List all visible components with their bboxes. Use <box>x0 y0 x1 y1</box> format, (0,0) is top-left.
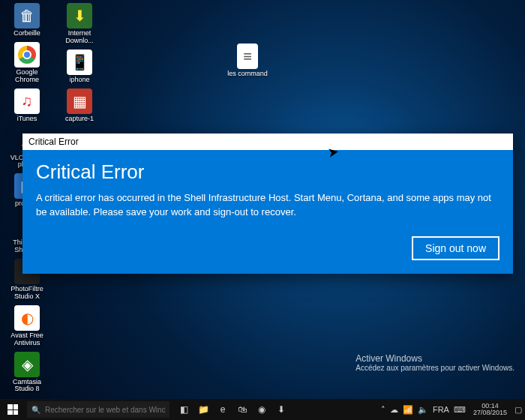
itunes-label: iTunes <box>17 116 38 123</box>
critical-error-dialog: Critical Error Critical Error A critical… <box>22 134 513 274</box>
idm-label: Internet Downlo... <box>57 30 102 45</box>
dialog-heading: Critical Error <box>36 160 500 184</box>
photofiltre-label: PhotoFiltre Studio X <box>4 286 50 301</box>
avast[interactable]: ◐Avast Free Antivirus <box>4 305 50 347</box>
camtasia-icon: ◈ <box>14 352 40 377</box>
google-chrome-label: Google Chrome <box>4 69 50 84</box>
clock-date: 27/08/2015 <box>473 410 507 416</box>
tray-onedrive[interactable]: ☁ <box>390 405 398 415</box>
tray-network[interactable]: 📶 <box>403 405 413 415</box>
search-input[interactable] <box>45 406 165 414</box>
edge[interactable]: e <box>216 403 230 416</box>
google-chrome[interactable]: Google Chrome <box>4 42 50 84</box>
sign-out-button[interactable]: Sign out now <box>412 236 500 260</box>
les-command-label: les command <box>227 70 268 78</box>
avast-label: Avast Free Antivirus <box>4 332 50 347</box>
task-view[interactable]: ◧ <box>177 403 190 416</box>
search-icon: 🔍 <box>32 406 40 414</box>
avast-icon: ◐ <box>14 305 40 331</box>
iphone[interactable]: 📱iphone <box>57 50 102 84</box>
recycle-bin-icon: 🗑 <box>14 3 40 28</box>
tray-lang[interactable]: FRA <box>433 405 449 414</box>
activation-watermark: Activer Windows Accédez aux paramètres p… <box>356 353 514 372</box>
system-tray: ˄☁📶🔈FRA⌨ 00:14 27/08/2015 ▢ <box>381 403 525 416</box>
recycle-bin-label: Corbeille <box>14 30 40 38</box>
chrome-task[interactable]: ◉ <box>255 403 268 416</box>
tray-keyboard[interactable]: ⌨ <box>454 405 466 415</box>
capture-1[interactable]: ▦capture-1 <box>57 88 102 123</box>
dialog-titlebar[interactable]: Critical Error <box>22 134 513 150</box>
itunes[interactable]: ♫iTunes <box>4 88 50 123</box>
idm[interactable]: ⬇Internet Downlo... <box>57 3 102 45</box>
idm-task[interactable]: ⬇ <box>274 403 288 416</box>
les-command[interactable]: ≡les command <box>225 44 270 78</box>
watermark-title: Activer Windows <box>356 353 514 364</box>
taskbar-search[interactable]: 🔍 <box>27 401 170 418</box>
camtasia-label: Camtasia Studio 8 <box>4 379 50 394</box>
watermark-subtitle: Accédez aux paramètres pour activer Wind… <box>356 364 514 372</box>
tray-up[interactable]: ˄ <box>381 405 386 415</box>
iphone-label: iphone <box>69 76 89 84</box>
tray-volume[interactable]: 🔈 <box>418 405 428 415</box>
camtasia[interactable]: ◈Camtasia Studio 8 <box>4 352 50 394</box>
google-chrome-icon <box>14 42 40 68</box>
recycle-bin[interactable]: 🗑Corbeille <box>4 3 50 38</box>
capture-1-icon: ▦ <box>67 88 92 114</box>
idm-icon: ⬇ <box>67 3 92 28</box>
taskbar: 🔍 ◧📁e🛍◉⬇ ˄☁📶🔈FRA⌨ 00:14 27/08/2015 ▢ <box>0 399 525 420</box>
capture-1-label: capture-1 <box>65 116 94 123</box>
itunes-icon: ♫ <box>14 88 40 114</box>
start-button[interactable] <box>0 399 26 420</box>
store[interactable]: 🛍 <box>236 403 249 416</box>
iphone-icon: 📱 <box>67 50 92 75</box>
action-center-icon[interactable]: ▢ <box>514 405 522 415</box>
les-command-icon: ≡ <box>237 44 258 69</box>
dialog-message: A critical error has occurred in the She… <box>36 191 500 220</box>
windows-logo-icon <box>8 404 18 415</box>
file-explorer[interactable]: 📁 <box>196 403 210 416</box>
taskbar-clock[interactable]: 00:14 27/08/2015 <box>470 403 510 416</box>
desktop[interactable]: 🗑CorbeilleGoogle Chrome♫iTunes▲VLC media… <box>0 0 525 399</box>
